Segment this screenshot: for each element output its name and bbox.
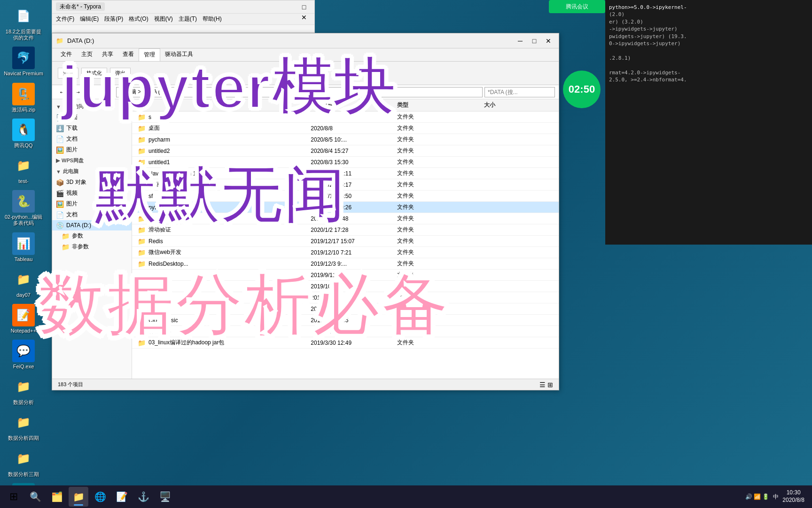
table-row[interactable]: 📁Navicat Premium 12 2020/7/31 11:11 文件夹 [132, 168, 559, 179]
tencent-meeting-button[interactable]: 腾讯会议 [549, 0, 605, 13]
ribbon-tab-home[interactable]: 主页 [77, 48, 97, 61]
sidebar-item-desktop[interactable]: 🖥️ 桌面 [52, 112, 132, 123]
ribbon-btn-cleanup[interactable]: 清理 [58, 68, 78, 79]
ribbon-tab-file[interactable]: 文件 [56, 48, 77, 61]
taskbar-file-explorer[interactable]: 📁 [69, 487, 88, 507]
desktop-icon-notepad[interactable]: 📝 Notepad++ [2, 302, 45, 336]
table-row[interactable]: 📁...编程 2019/9/19 9:59 文件夹 [132, 303, 559, 315]
table-row[interactable]: 📁讲课工具 2019/7/25 9:28 文件夹 [132, 326, 559, 337]
typora-maximize-button[interactable]: □ [297, 2, 311, 12]
sidebar-item-downloads[interactable]: ⬇️ 下载 [52, 123, 132, 134]
explorer-window-controls: ─ □ ✕ [514, 36, 555, 46]
table-row[interactable]: 📁python3 2020/1/14 10:26 文件夹 [132, 202, 559, 213]
table-row[interactable]: 📁myshare 2020/1/7 10:48 文件夹 [132, 213, 559, 224]
typora-tab[interactable]: 未命名* - Typora [56, 2, 105, 11]
file-name-text: 讲课工具 [148, 327, 171, 335]
list-view-button[interactable]: ☰ [539, 381, 546, 389]
file-type: 文件夹 [397, 192, 484, 200]
table-row[interactable]: 📁桌面 2020/8/8 文件夹 [132, 123, 559, 134]
file-date: 2019/9/11 [311, 272, 397, 278]
address-bar-input[interactable] [116, 87, 483, 97]
typora-menu-paragraph[interactable]: 段落(P) [104, 15, 123, 23]
table-row[interactable]: 📁...期 2019/9/22 文件夹 [132, 292, 559, 303]
desktop-icon-tableau[interactable]: 📊 Tableau [2, 230, 45, 265]
file-name-text: s [148, 114, 151, 120]
desktop-icon-qq[interactable]: 🐧 腾讯QQ [2, 116, 45, 151]
nav-back-button[interactable]: ← [56, 87, 69, 97]
nav-forward-button[interactable]: → [71, 87, 84, 97]
taskbar-anchor[interactable]: ⚓ [133, 487, 153, 507]
ribbon-tab-drive-tools[interactable]: 驱动器工具 [160, 48, 198, 61]
sidebar-item-docs[interactable]: 📄 文档 [52, 209, 132, 220]
table-row[interactable]: 📁pycharm 2020/8/5 10:... 文件夹 [132, 134, 559, 145]
taskbar-taskview[interactable]: 🗂️ [47, 487, 67, 507]
typora-window: 未命名* - Typora ─ □ ✕ 文件(F) 编辑(E) 段落(P) 格式… [52, 0, 315, 33]
desktop-icon-files[interactable]: 📄 18.2之后需要提供的文件 [2, 2, 45, 43]
desktop-folder-icon: 🖥️ [56, 114, 64, 121]
desktop-icon-navicat[interactable]: 🐬 Navicat Premium [2, 44, 45, 79]
taskbar-search[interactable]: 🔍 [25, 487, 45, 507]
table-row[interactable]: 📁untitled1 2020/8/3 15:30 文件夹 [132, 157, 559, 168]
start-button[interactable]: ⊞ [4, 487, 23, 507]
nav-refresh-button[interactable]: ↻ [101, 87, 114, 97]
file-type: 文件夹 [397, 260, 484, 268]
desktop-icon-feiq[interactable]: 💬 FeiQ.exe [2, 337, 45, 372]
taskbar-notepad[interactable]: 📝 [112, 487, 132, 507]
nav-up-button[interactable]: ↑ [86, 87, 99, 97]
sidebar-item-3d[interactable]: 📦 3D 对象 [52, 177, 132, 188]
typora-menu-format[interactable]: 格式(O) [129, 15, 148, 23]
table-row[interactable]: 📁微信web开发 2019/12/10 7:21 文件夹 [132, 247, 559, 258]
table-row[interactable]: 📁... 2019/10/14... 文件夹 [132, 281, 559, 292]
table-row[interactable]: 📁数据分析视频 2020/7/20 15:17 文件夹 [132, 179, 559, 190]
col-date[interactable]: 修改日期 [311, 101, 397, 109]
desktop-icon-da3[interactable]: 📁 数据分析三期 [2, 445, 45, 480]
typora-menu-view[interactable]: 视图(V) [154, 15, 173, 23]
explorer-minimize-button[interactable]: ─ [514, 36, 527, 46]
typora-menu-help[interactable]: 帮助(H) [203, 15, 222, 23]
table-row[interactable]: 📁untitled2 2020/8/4 15:27 文件夹 [132, 145, 559, 157]
terminal-line: 2.5.0, >=2.4->nbformat=4. [609, 76, 808, 83]
table-row[interactable]: 📁CloudMusic 2019/9/6 11:05 文件夹 [132, 315, 559, 326]
col-name[interactable]: 名称 [138, 101, 311, 109]
taskbar-browser[interactable]: 🌐 [90, 487, 110, 507]
typora-menu-file[interactable]: 文件(F) [56, 15, 74, 23]
desktop-icon-test[interactable]: 📁 test- [2, 152, 45, 187]
table-row[interactable]: 📁sf 2020/7/10 14:50 文件夹 [132, 190, 559, 202]
sidebar-item-documents[interactable]: 📄 文档 [52, 134, 132, 144]
col-type[interactable]: 类型 [397, 101, 484, 109]
ribbon-btn-format[interactable]: 格式化 [81, 68, 107, 79]
explorer-close-button[interactable]: ✕ [542, 36, 555, 46]
typora-menu-theme[interactable]: 主题(T) [179, 15, 197, 23]
sidebar-item-images[interactable]: 🖼️ 图片 [52, 198, 132, 209]
table-row[interactable]: 📁s 文件夹 [132, 111, 559, 123]
ribbon-tab-manage[interactable]: 管理 [139, 48, 160, 61]
sidebar-item-pictures[interactable]: 🖼️ 图片 [52, 144, 132, 155]
desktop-icon-zip[interactable]: 🗜️ 激活码.zip [2, 80, 45, 115]
sidebar-item-video[interactable]: 🎬 视频 [52, 188, 132, 198]
table-row[interactable]: 📁...ejs 2019/9/11 文件夹 [132, 270, 559, 281]
ribbon-tab-share[interactable]: 共享 [97, 48, 118, 61]
col-size[interactable]: 大小 [484, 101, 553, 109]
desktop-icon-da4[interactable]: 📁 数据分析四期 [2, 409, 45, 444]
table-row[interactable]: 📁滑动验证 2020/1/2 17:28 文件夹 [132, 224, 559, 236]
search-input[interactable] [484, 87, 555, 97]
typora-close-button[interactable]: ✕ [297, 12, 311, 23]
sidebar-item-nonparams[interactable]: 📁 非参数 [52, 241, 132, 252]
file-date: 2020/7/10 14:50 [311, 193, 397, 199]
explorer-maximize-button[interactable]: □ [528, 36, 541, 46]
desktop-icon-data-analysis[interactable]: 📁 数据分析 [2, 373, 45, 408]
grid-view-button[interactable]: ⊞ [547, 381, 553, 389]
desktop-icon-day07[interactable]: 📁 day07 [2, 266, 45, 301]
ribbon-btn-eject[interactable]: 弹出 [110, 68, 131, 79]
table-row[interactable]: 📁03_linux编译过的hadoop jar包 2019/3/30 12:49… [132, 337, 559, 349]
table-row[interactable]: 📁RedisDesktop... 2019/12/3 9:... 文件夹 [132, 258, 559, 270]
file-name-text: untitled2 [148, 148, 170, 154]
sidebar-item-params[interactable]: 📁 参数 [52, 230, 132, 241]
desktop-icon-python[interactable]: 🐍 02-python...编辑多表代码 [2, 188, 45, 229]
sidebar-item-data-d[interactable]: 💿 DATA (D:) [52, 220, 132, 230]
typora-menu-edit[interactable]: 编辑(E) [80, 15, 99, 23]
table-row[interactable]: 📁Redis 2019/12/17 15:07 文件夹 [132, 236, 559, 247]
file-type: 文件夹 [397, 169, 484, 177]
taskbar-monitor[interactable]: 🖥️ [155, 487, 175, 507]
ribbon-tab-view[interactable]: 查看 [118, 48, 139, 61]
